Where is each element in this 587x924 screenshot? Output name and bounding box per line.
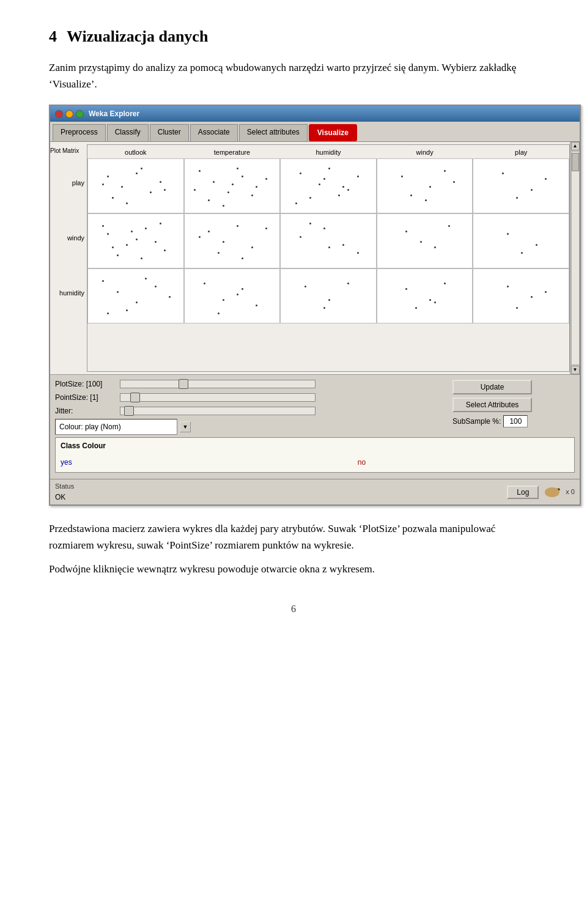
pm-cell-windy-temperature[interactable] bbox=[184, 213, 281, 268]
window-title: Weka Explorer bbox=[89, 108, 139, 119]
status-left: Status OK bbox=[55, 481, 74, 503]
subsample-row: SubSample %: bbox=[452, 415, 528, 427]
page-footer: 6 bbox=[49, 602, 538, 616]
maximize-button[interactable] bbox=[76, 110, 84, 118]
titlebar-buttons bbox=[55, 110, 84, 118]
pm-cell-humidity-outlook[interactable] bbox=[87, 268, 184, 323]
pm-cell-play-outlook[interactable] bbox=[87, 158, 184, 213]
pm-cell-windy-windy[interactable] bbox=[377, 213, 473, 268]
scroll-track[interactable] bbox=[571, 151, 580, 365]
pm-cell-play-windy[interactable] bbox=[377, 158, 473, 213]
controls-area: PlotSize: [100] PointSize: [1] bbox=[50, 374, 580, 479]
tab-associate[interactable]: Associate bbox=[190, 124, 238, 141]
plotsize-thumb[interactable] bbox=[179, 379, 188, 389]
class-colour-title: Class Colour bbox=[61, 440, 569, 451]
subsample-label: SubSample %: bbox=[452, 416, 501, 427]
status-bar: Status OK Log x 0 bbox=[50, 479, 580, 505]
weka-titlebar: Weka Explorer bbox=[50, 106, 580, 122]
plot-matrix-container: Plot Matrix play windy humidity bbox=[50, 142, 580, 374]
minimize-button[interactable] bbox=[65, 110, 73, 118]
col-headers: outlook temperature humidity windy play bbox=[87, 145, 569, 158]
pm-cell-play-temperature[interactable] bbox=[184, 158, 281, 213]
weka-explorer-window: Weka Explorer Preprocess Classify Cluste… bbox=[49, 105, 581, 506]
status-label: Status bbox=[55, 481, 74, 492]
x-count-badge: x 0 bbox=[566, 487, 575, 497]
colour-dropdown-row: Colour: play (Nom) ▼ bbox=[55, 419, 448, 435]
section-number: 4 bbox=[49, 24, 57, 48]
row-label-windy: windy bbox=[50, 210, 87, 265]
scroll-up-arrow[interactable]: ▲ bbox=[571, 142, 580, 150]
pm-cell-play-humidity[interactable] bbox=[280, 158, 377, 213]
svg-point-2 bbox=[558, 488, 560, 490]
class-colour-box: Class Colour yes no bbox=[55, 437, 575, 473]
left-controls: PlotSize: [100] PointSize: [1] bbox=[55, 379, 448, 435]
plotsize-row: PlotSize: [100] bbox=[55, 379, 448, 390]
row-labels: Plot Matrix play windy humidity bbox=[50, 142, 87, 374]
pm-row-play bbox=[87, 158, 569, 213]
status-value: OK bbox=[55, 492, 74, 503]
description-paragraph-1: Przedstawiona macierz zawiera wykres dla… bbox=[49, 520, 538, 553]
section-heading: 4 Wizualizacja danych bbox=[49, 24, 538, 48]
jitter-row: Jitter: bbox=[55, 405, 448, 416]
plot-grid-area: outlook temperature humidity windy play bbox=[87, 144, 570, 372]
col-header-windy: windy bbox=[377, 145, 473, 158]
update-button[interactable]: Update bbox=[452, 380, 532, 394]
col-header-humidity: humidity bbox=[280, 145, 377, 158]
scroll-thumb[interactable] bbox=[572, 153, 579, 171]
plot-matrix-label-header: Plot Matrix bbox=[50, 142, 87, 155]
tab-cluster[interactable]: Cluster bbox=[150, 124, 189, 141]
pointsize-thumb[interactable] bbox=[130, 393, 140, 402]
pm-row-windy bbox=[87, 213, 569, 268]
jitter-label: Jitter: bbox=[55, 405, 116, 416]
subsample-input[interactable] bbox=[503, 415, 528, 427]
row-label-play: play bbox=[50, 155, 87, 210]
plotsize-slider[interactable] bbox=[120, 380, 316, 388]
pm-cell-humidity-play[interactable] bbox=[473, 268, 569, 323]
close-button[interactable] bbox=[55, 110, 63, 118]
pm-cell-humidity-humidity[interactable] bbox=[280, 268, 377, 323]
tab-bar: Preprocess Classify Cluster Associate Se… bbox=[50, 122, 580, 141]
jitter-thumb[interactable] bbox=[124, 406, 134, 416]
col-header-temperature: temperature bbox=[184, 145, 281, 158]
intro-paragraph: Zanim przystąpimy do analizy za pomocą w… bbox=[49, 59, 538, 92]
controls-main-row: PlotSize: [100] PointSize: [1] bbox=[55, 379, 575, 435]
colour-dropdown-arrow[interactable]: ▼ bbox=[180, 421, 191, 432]
pm-row-humidity bbox=[87, 268, 569, 323]
col-header-play: play bbox=[473, 145, 569, 158]
class-colour-yes: yes bbox=[61, 457, 72, 468]
log-button[interactable]: Log bbox=[507, 486, 539, 499]
pm-cell-windy-humidity[interactable] bbox=[280, 213, 377, 268]
svg-marker-3 bbox=[561, 489, 562, 490]
status-right: Log x 0 bbox=[507, 484, 575, 500]
tab-preprocess[interactable]: Preprocess bbox=[53, 124, 106, 141]
select-attributes-button[interactable]: Select Attributes bbox=[452, 397, 532, 412]
tab-select-attributes[interactable]: Select attributes bbox=[239, 124, 308, 141]
jitter-slider[interactable] bbox=[120, 407, 316, 415]
tab-classify[interactable]: Classify bbox=[107, 124, 149, 141]
section-title: Wizualizacja danych bbox=[67, 24, 208, 48]
description-paragraph-2: Podwójne kliknięcie wewnątrz wykresu pow… bbox=[49, 561, 538, 577]
pm-cell-windy-play[interactable] bbox=[473, 213, 569, 268]
plot-matrix-label: Plot Matrix bbox=[50, 147, 79, 154]
page-number: 6 bbox=[291, 604, 296, 614]
class-colour-row: yes no bbox=[61, 455, 569, 470]
pm-cell-play-play[interactable] bbox=[473, 158, 569, 213]
col-header-outlook: outlook bbox=[87, 145, 184, 158]
class-colour-no: no bbox=[358, 457, 366, 468]
pointsize-row: PointSize: [1] bbox=[55, 392, 448, 403]
pm-cell-windy-outlook[interactable] bbox=[87, 213, 184, 268]
pm-cell-humidity-temperature[interactable] bbox=[184, 268, 281, 323]
vertical-scrollbar[interactable]: ▲ ▼ bbox=[570, 142, 580, 374]
scroll-down-arrow[interactable]: ▼ bbox=[571, 366, 580, 374]
tab-visualize[interactable]: Visualize bbox=[309, 124, 357, 141]
pointsize-label: PointSize: [1] bbox=[55, 392, 116, 403]
right-controls: Update Select Attributes SubSample %: bbox=[452, 379, 575, 427]
colour-dropdown[interactable]: Colour: play (Nom) bbox=[55, 419, 177, 435]
pm-cell-humidity-windy[interactable] bbox=[377, 268, 473, 323]
weka-bird-icon bbox=[542, 484, 562, 500]
weka-main-content: Plot Matrix play windy humidity bbox=[50, 141, 580, 505]
pointsize-slider[interactable] bbox=[120, 393, 316, 402]
row-label-humidity: humidity bbox=[50, 265, 87, 320]
plotsize-label: PlotSize: [100] bbox=[55, 379, 116, 390]
